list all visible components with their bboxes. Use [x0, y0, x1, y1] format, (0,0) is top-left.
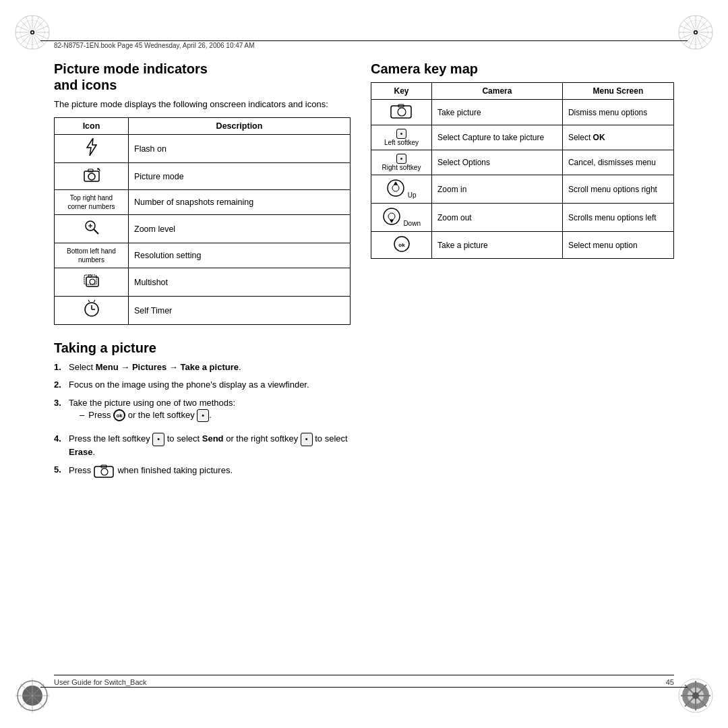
- step-3: 3. Take the picture using one of two met…: [54, 397, 351, 428]
- camera-action-take-picture: Take a picture: [432, 232, 563, 259]
- ok-button-icon: ok: [113, 409, 125, 421]
- table-row: Take picture Dismiss menu options: [371, 100, 674, 125]
- top-border: [40, 40, 688, 41]
- svg-marker-67: [390, 220, 394, 223]
- table-row: Up Zoom in Scroll menu options right: [371, 175, 674, 204]
- desc-resolution: Resolution setting: [129, 243, 351, 268]
- svg-point-37: [692, 692, 699, 699]
- icon-col-header: Icon: [55, 118, 129, 135]
- svg-rect-50: [88, 275, 92, 277]
- icon-cell-bottom-left: Bottom left handnumbers: [55, 243, 129, 268]
- desc-self-timer: Self Timer: [129, 297, 351, 325]
- icon-table: Icon Description Flash on: [54, 117, 351, 325]
- table-row: Top right handcorner numbers Number of s…: [55, 190, 351, 215]
- desc-zoom: Zoom level: [129, 215, 351, 243]
- picture-mode-description: The picture mode displays the following …: [54, 98, 351, 111]
- camera-action-zoom-in: Zoom in: [432, 175, 563, 204]
- corner-mark-bl: [12, 675, 53, 716]
- steps-list: 1. Select Menu → Pictures → Take a pictu…: [54, 361, 351, 479]
- icon-cell-camera-mode: [55, 163, 129, 190]
- picture-mode-section: Picture mode indicators and icons The pi…: [54, 61, 351, 325]
- corner-mark-tr: [675, 12, 716, 53]
- svg-line-54: [88, 300, 90, 302]
- svg-point-40: [88, 173, 95, 180]
- table-row: Picture mode: [55, 163, 351, 190]
- table-row: • Left softkey Select Capture to take pi…: [371, 125, 674, 150]
- svg-line-55: [94, 300, 95, 302]
- corner-mark-tl: [12, 12, 53, 53]
- right-softkey-icon: •: [301, 433, 313, 446]
- left-softkey-icon2: •: [152, 433, 164, 446]
- table-row: Down Zoom out Scrolls menu options left: [371, 204, 674, 232]
- step-2: 2. Focus on the image using the phone's …: [54, 379, 351, 391]
- key-cell-nav-up: Up: [371, 175, 432, 204]
- step-5: 5. Press when finished taking pictures.: [54, 464, 351, 479]
- camera-action-zoom-out: Zoom out: [432, 204, 563, 232]
- icon-cell-flash: [55, 135, 129, 163]
- icon-cell-top-right: Top right handcorner numbers: [55, 190, 129, 215]
- corner-mark-br: [675, 675, 716, 716]
- picture-mode-title: Picture mode indicators and icons: [54, 61, 351, 93]
- key-cell-left-softkey: • Left softkey: [371, 125, 432, 150]
- svg-text:ok: ok: [398, 242, 405, 248]
- menu-col-header: Menu Screen: [562, 83, 673, 100]
- main-content: Picture mode indicators and icons The pi…: [54, 61, 674, 667]
- svg-point-66: [388, 213, 395, 220]
- description-col-header: Description: [129, 118, 351, 135]
- menu-action-select-ok: Select OK: [562, 125, 673, 150]
- right-column: Camera key map Key Camera Menu Screen: [371, 61, 674, 667]
- taking-picture-section: Taking a picture 1. Select Menu → Pictur…: [54, 340, 351, 479]
- camera-action-select-options: Select Options: [432, 150, 563, 175]
- menu-action-dismiss: Dismiss menu options: [562, 100, 673, 125]
- footer-right: 45: [666, 678, 674, 686]
- step-4: 4. Press the left softkey • to select Se…: [54, 433, 351, 458]
- desc-camera-mode: Picture mode: [129, 163, 351, 190]
- header-text: 82-N8757-1EN.book Page 45 Wednesday, Apr…: [54, 42, 674, 49]
- sub-item: – Press ok or the left softkey •.: [80, 409, 351, 422]
- camera-button-icon: [94, 464, 115, 479]
- menu-action-scroll-left: Scrolls menu options left: [562, 204, 673, 232]
- footer: User Guide for Switch_Back 45: [54, 675, 674, 686]
- svg-point-57: [101, 468, 108, 475]
- svg-point-60: [398, 108, 406, 116]
- svg-point-49: [90, 279, 95, 284]
- taking-picture-title: Taking a picture: [54, 340, 351, 356]
- menu-action-scroll-right: Scroll menu options right: [562, 175, 673, 204]
- bottom-border: [40, 687, 688, 688]
- table-row: Self Timer: [55, 297, 351, 325]
- svg-line-44: [94, 229, 98, 234]
- key-cell-camera: [371, 100, 432, 125]
- svg-point-63: [392, 185, 399, 191]
- left-softkey-icon: •: [197, 409, 209, 422]
- camera-key-map-table: Key Camera Menu Screen Take picture: [371, 82, 674, 259]
- icon-cell-self-timer: [55, 297, 129, 325]
- step-1: 1. Select Menu → Pictures → Take a pictu…: [54, 361, 351, 373]
- camera-col-header: Camera: [432, 83, 563, 100]
- table-row: Flash on: [55, 135, 351, 163]
- key-col-header: Key: [371, 83, 432, 100]
- table-row: Bottom left handnumbers Resolution setti…: [55, 243, 351, 268]
- desc-flash: Flash on: [129, 135, 351, 163]
- table-row: • Right softkey Select Options Cancel, d…: [371, 150, 674, 175]
- menu-action-cancel: Cancel, dismisses menu: [562, 150, 673, 175]
- table-row: ok Take a picture Select menu option: [371, 232, 674, 259]
- table-row: Multishot: [55, 268, 351, 297]
- camera-key-map-title: Camera key map: [371, 61, 674, 77]
- svg-marker-64: [394, 181, 398, 185]
- svg-marker-38: [87, 138, 96, 156]
- menu-action-select-option: Select menu option: [562, 232, 673, 259]
- icon-cell-multishot: [55, 268, 129, 297]
- camera-action-select-capture: Select Capture to take picture: [432, 125, 563, 150]
- icon-cell-zoom: [55, 215, 129, 243]
- desc-snapshots: Number of snapshots remaining: [129, 190, 351, 215]
- key-cell-nav-down: Down: [371, 204, 432, 232]
- left-column: Picture mode indicators and icons The pi…: [54, 61, 351, 667]
- sub-list: – Press ok or the left softkey •.: [80, 409, 351, 422]
- svg-point-11: [32, 32, 34, 34]
- svg-point-23: [695, 32, 697, 34]
- desc-multishot: Multishot: [129, 268, 351, 297]
- footer-left: User Guide for Switch_Back: [54, 678, 147, 686]
- key-cell-right-softkey: • Right softkey: [371, 150, 432, 175]
- key-cell-ok: ok: [371, 232, 432, 259]
- table-row: Zoom level: [55, 215, 351, 243]
